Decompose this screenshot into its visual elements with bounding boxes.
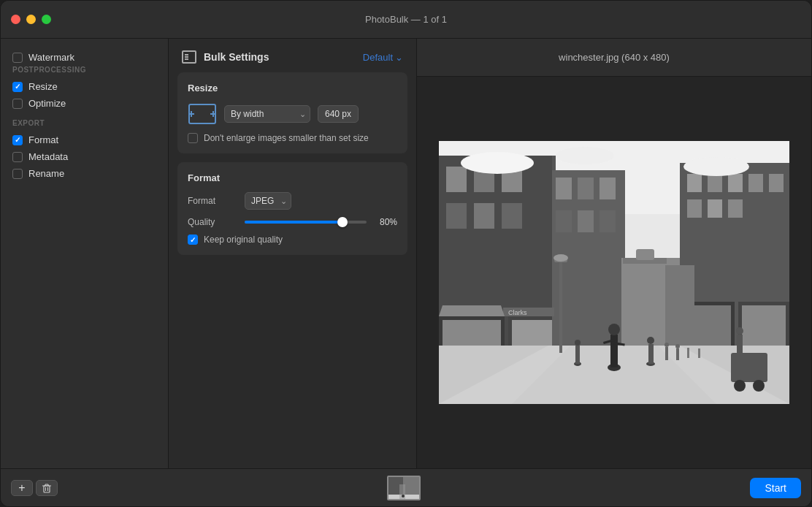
keep-original-row[interactable]: Keep original quality xyxy=(188,235,397,245)
resize-card: Resize By width xyxy=(177,72,407,153)
resize-mode-select[interactable]: By width By height By longest side By sh… xyxy=(224,105,310,123)
quality-slider-track[interactable] xyxy=(245,221,367,224)
svg-rect-12 xyxy=(446,203,467,229)
trash-icon xyxy=(42,483,52,493)
filmstrip xyxy=(58,476,750,500)
svg-rect-71 xyxy=(636,249,654,260)
rename-checkbox[interactable] xyxy=(12,169,23,179)
svg-marker-77 xyxy=(439,305,505,316)
resize-checkbox[interactable] xyxy=(12,82,23,92)
postprocessing-section-label: POSTPROCESSING xyxy=(1,66,168,78)
format-select[interactable]: JPEG PNG TIFF GIF xyxy=(245,192,291,210)
svg-rect-14 xyxy=(502,203,522,229)
svg-rect-67 xyxy=(559,258,562,353)
svg-point-73 xyxy=(556,147,614,164)
svg-point-52 xyxy=(647,337,654,344)
svg-rect-29 xyxy=(708,174,722,192)
svg-point-55 xyxy=(575,340,581,346)
format-row: Format JPEG PNG TIFF GIF xyxy=(188,192,397,210)
filmstrip-thumb-image xyxy=(388,477,421,500)
bulk-settings-title: Bulk Settings xyxy=(204,51,269,63)
keep-original-label: Keep original quality xyxy=(204,235,283,245)
app-window: PhotoBulk — 1 of 1 Watermark POSTPROCESS… xyxy=(0,0,812,507)
preview-header: winchester.jpg (640 x 480) xyxy=(417,39,811,77)
svg-point-74 xyxy=(683,157,749,176)
watermark-label: Watermark xyxy=(28,52,74,63)
svg-rect-22 xyxy=(578,178,594,199)
resize-icon xyxy=(188,102,217,126)
svg-rect-28 xyxy=(687,174,702,192)
svg-rect-30 xyxy=(728,174,743,192)
svg-rect-13 xyxy=(474,203,494,229)
default-chevron: ⌄ xyxy=(395,52,403,63)
sidebar-item-optimize[interactable]: Optimize xyxy=(1,95,168,112)
dont-enlarge-row[interactable]: Don't enlarge images smaller than set si… xyxy=(188,133,397,143)
format-field-label: Format xyxy=(188,196,237,206)
svg-rect-35 xyxy=(728,199,743,218)
optimize-checkbox[interactable] xyxy=(12,99,23,109)
quality-field-label: Quality xyxy=(188,217,237,227)
add-button[interactable]: + xyxy=(11,480,33,496)
svg-point-64 xyxy=(753,380,765,392)
sidebar-item-rename[interactable]: Rename xyxy=(1,165,168,182)
svg-point-72 xyxy=(461,152,534,174)
svg-point-66 xyxy=(736,327,743,335)
svg-text:Clarks: Clarks xyxy=(508,309,527,316)
format-label: Format xyxy=(28,134,58,145)
settings-panel: Bulk Settings Default ⌄ Resize xyxy=(169,39,417,468)
svg-rect-56 xyxy=(665,347,668,360)
format-select-wrapper[interactable]: JPEG PNG TIFF GIF xyxy=(245,192,291,210)
svg-rect-9 xyxy=(446,167,467,192)
svg-rect-65 xyxy=(737,335,743,353)
format-card: Format Format JPEG PNG TIFF GIF Quality xyxy=(177,162,407,255)
svg-rect-60 xyxy=(687,348,689,358)
optimize-label: Optimize xyxy=(28,98,66,109)
svg-rect-78 xyxy=(44,486,50,492)
svg-rect-44 xyxy=(665,265,694,346)
preview-image-container: Clarks xyxy=(417,77,811,468)
quality-slider-fill xyxy=(245,221,342,224)
minimize-button[interactable] xyxy=(26,15,36,24)
format-card-title: Format xyxy=(188,172,397,183)
dont-enlarge-checkbox[interactable] xyxy=(188,133,198,143)
svg-rect-34 xyxy=(708,199,722,218)
keep-original-checkbox[interactable] xyxy=(188,235,198,245)
metadata-label: Metadata xyxy=(28,151,68,162)
svg-rect-31 xyxy=(748,174,763,192)
start-button[interactable]: Start xyxy=(750,478,801,498)
export-section-label: EXPORT xyxy=(1,119,168,131)
sidebar-item-resize[interactable]: Resize xyxy=(1,78,168,95)
rename-label: Rename xyxy=(28,168,64,179)
sidebar-item-metadata[interactable]: Metadata xyxy=(1,148,168,165)
svg-rect-33 xyxy=(687,199,702,218)
close-button[interactable] xyxy=(11,15,20,24)
svg-rect-61 xyxy=(698,348,700,358)
svg-rect-32 xyxy=(769,174,784,192)
svg-rect-23 xyxy=(600,178,616,199)
resize-mode-select-wrapper[interactable]: By width By height By longest side By sh… xyxy=(224,105,310,123)
resize-row: By width By height By longest side By sh… xyxy=(188,102,397,126)
svg-rect-90 xyxy=(399,484,405,500)
window-title: PhotoBulk — 1 of 1 xyxy=(365,14,447,25)
filmstrip-thumb-1[interactable] xyxy=(387,476,421,500)
quality-slider-thumb[interactable] xyxy=(337,217,348,227)
metadata-checkbox[interactable] xyxy=(12,152,23,162)
watermark-checkbox[interactable] xyxy=(12,53,23,63)
sidebar: Watermark POSTPROCESSING Resize Optimize… xyxy=(1,39,169,468)
quality-row: Quality 80% xyxy=(188,217,397,227)
sidebar-item-format[interactable]: Format xyxy=(1,131,168,148)
svg-rect-54 xyxy=(575,346,580,364)
traffic-lights xyxy=(11,15,51,24)
preview-image: Clarks xyxy=(439,141,789,404)
format-checkbox[interactable] xyxy=(12,135,23,145)
svg-rect-51 xyxy=(648,344,654,364)
default-dropdown[interactable]: Default ⌄ xyxy=(363,52,403,63)
delete-button[interactable] xyxy=(36,480,58,496)
svg-rect-25 xyxy=(578,210,594,232)
main-content: Watermark POSTPROCESSING Resize Optimize… xyxy=(1,39,811,468)
preview-filename: winchester.jpg (640 x 480) xyxy=(559,52,670,63)
resize-card-title: Resize xyxy=(188,83,397,94)
maximize-button[interactable] xyxy=(42,15,51,24)
sidebar-item-watermark[interactable]: Watermark xyxy=(1,49,168,66)
svg-rect-46 xyxy=(610,335,618,367)
